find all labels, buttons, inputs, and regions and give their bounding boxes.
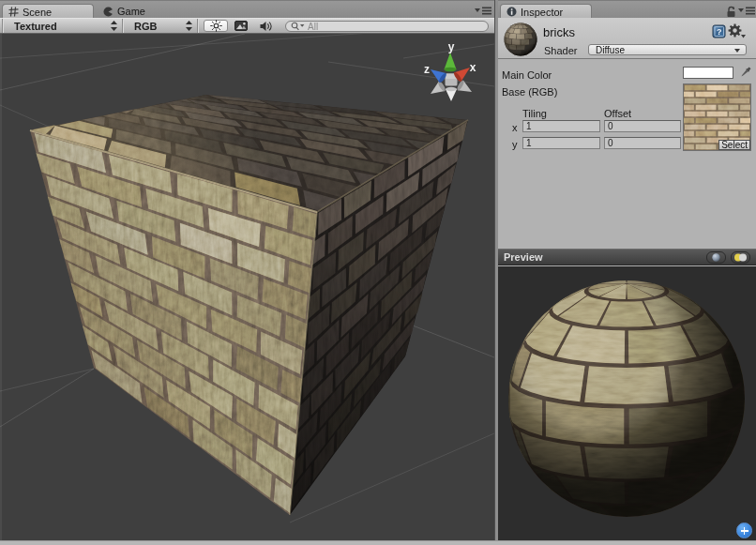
scene-panel: Scene Game Textured bbox=[0, 0, 494, 540]
lock-icon[interactable] bbox=[726, 6, 737, 18]
info-icon bbox=[507, 7, 517, 17]
color-mode-updown-icon bbox=[185, 21, 193, 31]
scene-search-field[interactable] bbox=[285, 21, 489, 32]
material-properties: Main Color Base (RGB) Select Tiling Offs… bbox=[498, 59, 756, 249]
main-color-swatch[interactable] bbox=[683, 67, 733, 79]
tab-inspector[interactable]: Inspector bbox=[500, 4, 592, 19]
tab-game-label: Game bbox=[117, 6, 145, 17]
dropdown-arrow-icon bbox=[734, 49, 740, 53]
preview-light-button[interactable] bbox=[731, 251, 750, 264]
shader-dropdown[interactable]: Diffuse bbox=[588, 44, 747, 55]
inspector-pane-menu-icon[interactable] bbox=[738, 6, 755, 16]
gear-icon[interactable] bbox=[728, 23, 747, 39]
preview-header: Preview bbox=[498, 249, 756, 265]
inspector-tabstrip: Inspector bbox=[498, 0, 756, 18]
main-color-label: Main Color bbox=[502, 69, 552, 81]
sun-icon bbox=[210, 20, 222, 32]
svg-text:?: ? bbox=[717, 27, 722, 37]
select-texture-button[interactable]: Select bbox=[718, 140, 750, 150]
offset-label: Offset bbox=[604, 108, 631, 119]
axis-y-label: y bbox=[512, 139, 518, 150]
preview-viewport[interactable] bbox=[498, 266, 756, 540]
offset-x-field[interactable] bbox=[604, 120, 681, 132]
tab-game[interactable]: Game bbox=[98, 4, 153, 19]
material-header: bricks Shader Diffuse ? bbox=[498, 18, 756, 59]
draw-mode-updown-icon bbox=[110, 21, 118, 31]
scene-pane-menu-icon[interactable] bbox=[475, 6, 491, 16]
tiling-x-field[interactable] bbox=[522, 120, 600, 132]
scene-toolbar: Textured RGB bbox=[0, 18, 494, 34]
draw-mode-value: Textured bbox=[14, 21, 57, 32]
tab-scene[interactable]: Scene bbox=[2, 4, 94, 19]
tab-scene-label: Scene bbox=[23, 7, 52, 18]
eyedropper-icon[interactable] bbox=[738, 65, 754, 81]
game-icon bbox=[103, 7, 113, 17]
inspector-panel: Inspector bricks Shader Diffuse bbox=[498, 0, 756, 540]
skybox-toggle-button[interactable] bbox=[229, 20, 253, 32]
axis-x-label: x bbox=[512, 122, 518, 133]
help-icon[interactable]: ? bbox=[712, 24, 726, 38]
gizmo-z-label: z bbox=[424, 63, 430, 76]
lighting-toggle-button[interactable] bbox=[204, 20, 228, 32]
image-icon bbox=[234, 21, 248, 31]
audio-toggle-button[interactable] bbox=[254, 20, 279, 32]
scene-search-input[interactable] bbox=[306, 22, 484, 31]
gizmo-y-label: y bbox=[448, 40, 455, 53]
preview-title: Preview bbox=[504, 251, 543, 263]
material-sphere-thumbnail[interactable] bbox=[500, 20, 541, 59]
scene-3d-content bbox=[0, 34, 494, 540]
window-bottom-edge bbox=[0, 540, 756, 545]
unity-editor-window: Scene Game Textured bbox=[0, 0, 756, 545]
preview-sphere bbox=[498, 266, 756, 540]
offset-y-field[interactable] bbox=[604, 137, 681, 149]
tiling-label: Tiling bbox=[522, 108, 547, 119]
preview-sphere-icon bbox=[711, 252, 721, 263]
base-rgb-label: Base (RGB) bbox=[502, 86, 557, 98]
preview-mesh-button[interactable] bbox=[706, 251, 726, 264]
draw-mode-dropdown[interactable]: Textured bbox=[14, 19, 57, 33]
color-mode-dropdown[interactable]: RGB bbox=[134, 19, 157, 33]
speaker-icon bbox=[260, 21, 273, 32]
shader-label: Shader bbox=[544, 45, 577, 56]
base-texture-thumbnail[interactable]: Select bbox=[683, 83, 751, 151]
scene-tabstrip: Scene Game bbox=[0, 0, 494, 18]
search-icon bbox=[291, 22, 305, 31]
tiling-y-field[interactable] bbox=[522, 137, 600, 149]
gizmo-x-label: x bbox=[470, 61, 476, 74]
zoom-plus-button[interactable] bbox=[736, 522, 752, 538]
material-name: bricks bbox=[543, 25, 575, 39]
scene-grid-icon bbox=[8, 7, 19, 17]
scene-viewport[interactable]: y x z bbox=[0, 34, 494, 540]
tab-inspector-label: Inspector bbox=[521, 7, 563, 18]
shader-value: Diffuse bbox=[596, 45, 625, 55]
light-toggle-icon bbox=[733, 252, 748, 263]
color-mode-value: RGB bbox=[134, 21, 157, 32]
